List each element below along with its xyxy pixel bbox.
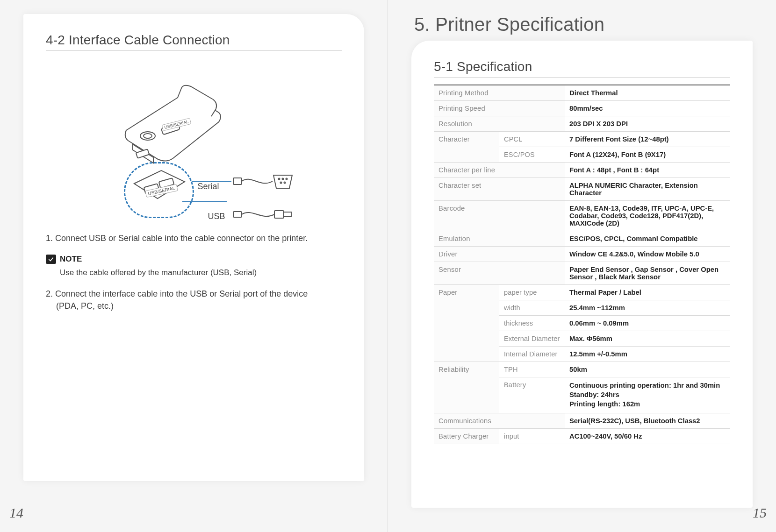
value-printing-speed: 80mm/sec [565,101,730,116]
value-paper-int-dia: 12.5mm +/-0.5mm [565,347,730,362]
value-character-cpcl: 7 Different Font Size (12~48pt) [565,132,730,147]
steps: 1. Connect USB or Serial cable into the … [46,232,342,312]
label-driver: Driver [434,247,565,262]
value-character-escpos: Font A (12X24), Font B (9X17) [565,147,730,163]
label-printing-method: Printing Method [434,85,565,101]
label-paper-thickness: thickness [499,316,565,331]
battery-line-2: Standby: 24hrs [569,390,726,400]
row-paper-type: Paper paper type Thermal Paper / Label [434,285,730,300]
label-paper-type: paper type [499,285,565,300]
value-driver: Window CE 4.2&5.0, Window Mobile 5.0 [565,247,730,262]
label-character-escpos: ESC/POS [499,147,565,163]
panel-right: 5-1 Specification Printing Method Direct… [411,41,753,508]
step-2-line-1: 2. Connect the interface cable into the … [46,289,308,298]
value-paper-ext-dia: Max. Φ56mm [565,331,730,347]
label-reliability-battery: Battery [499,377,565,413]
row-printing-method: Printing Method Direct Thermal [434,85,730,101]
value-paper-width: 25.4mm ~112mm [565,300,730,316]
usb-cable-icon [232,206,293,223]
label-usb: USB [208,212,225,221]
section-title-4-2: 4-2 Interface Cable Connection [46,33,342,51]
label-char-per-line: Character per line [434,163,565,178]
value-character-set: ALPHA NUMERIC Character, Extension Chara… [565,178,730,201]
value-printing-method: Direct Thermal [565,85,730,101]
svg-rect-13 [274,211,284,218]
cable-illustration: USB/SERIAL USB/SERIAL Serial USB [91,65,297,219]
row-emulation: Emulation ESC/POS, CPCL, Commanl Compati… [434,231,730,247]
label-paper-width: width [499,300,565,316]
value-paper-type: Thermal Paper / Label [565,285,730,300]
note-heading-row: NOTE [46,254,342,265]
label-reliability: Reliability [434,362,499,413]
value-emulation: ESC/POS, CPCL, Commanl Compatible [565,231,730,247]
label-character-set: Character set [434,178,565,201]
row-charger-input: Battery Charger input AC100~240V, 50/60 … [434,428,730,444]
label-emulation: Emulation [434,231,565,247]
value-char-per-line: Font A : 48pt , Font B : 64pt [565,163,730,178]
value-reliability-tph: 50km [565,362,730,377]
serial-cable-icon [232,171,293,192]
row-sensor: Sensor Paper End Sensor , Gap Sensor , C… [434,262,730,285]
value-resolution: 203 DPI X 203 DPI [565,116,730,132]
svg-point-7 [278,178,280,180]
page-number-14: 14 [9,505,23,521]
step-2-line-2: (PDA, PC, etc.) [46,300,342,312]
value-communications: Serial(RS-232C), USB, Bluetooth Class2 [565,413,730,428]
svg-rect-14 [284,212,291,217]
value-charger-input: AC100~240V, 50/60 Hz [565,428,730,444]
manual-spread: 4-2 Interface Cable Connection USB/SERIA… [0,0,776,532]
svg-point-11 [284,182,285,184]
page-number-15: 15 [753,505,767,521]
note-check-icon [46,255,56,264]
battery-line-1: Continuous printing operation: 1hr and 3… [569,381,726,390]
label-barcode: Barcode [434,201,565,231]
panel-left: 4-2 Interface Cable Connection USB/SERIA… [23,14,364,481]
section-title-5-1: 5-1 Specification [434,59,730,78]
label-paper: Paper [434,285,499,362]
svg-rect-6 [233,178,242,184]
label-character: Character [434,132,499,163]
label-charger: Battery Charger [434,428,499,444]
value-sensor: Paper End Sensor , Gap Sensor , Cover Op… [565,262,730,285]
row-barcode: Barcode EAN-8, EAN-13, Code39, ITF, UPC-… [434,201,730,231]
printer-illustration [108,70,229,168]
label-resolution: Resolution [434,116,565,132]
row-reliability-tph: Reliability TPH 50km [434,362,730,377]
row-resolution: Resolution 203 DPI X 203 DPI [434,116,730,132]
row-communications: Communications Serial(RS-232C), USB, Blu… [434,413,730,428]
page-15: 5. Pritner Specification 5-1 Specificati… [388,0,776,532]
lead-line-usb [182,201,227,202]
label-reliability-tph: TPH [499,362,565,377]
label-serial: Serial [198,182,219,192]
row-driver: Driver Window CE 4.2&5.0, Window Mobile … [434,247,730,262]
label-charger-input: input [499,428,565,444]
label-communications: Communications [434,413,565,428]
svg-point-1 [144,134,152,138]
step-1: 1. Connect USB or Serial cable into the … [46,232,342,244]
spec-table: Printing Method Direct Thermal Printing … [434,84,730,444]
label-paper-ext-dia: External Diameter [499,331,565,347]
svg-rect-12 [233,212,242,217]
note-block: NOTE Use the cable offered by the manufa… [46,254,342,278]
row-character-set: Character set ALPHA NUMERIC Character, E… [434,178,730,201]
chapter-title-5: 5. Pritner Specification [414,14,753,35]
battery-line-3: Printing length: 162m [569,400,726,409]
row-char-per-line: Character per line Font A : 48pt , Font … [434,163,730,178]
row-character-cpcl: Character CPCL 7 Different Font Size (12… [434,132,730,147]
svg-point-9 [286,178,287,180]
value-barcode: EAN-8, EAN-13, Code39, ITF, UPC-A, UPC-E… [565,201,730,231]
note-heading: NOTE [60,254,82,265]
step-2: 2. Connect the interface cable into the … [46,288,342,312]
svg-point-10 [280,182,281,184]
label-paper-int-dia: Internal Diameter [499,347,565,362]
svg-point-8 [282,178,283,180]
label-sensor: Sensor [434,262,565,285]
row-printing-speed: Printing Speed 80mm/sec [434,101,730,116]
value-reliability-battery: Continuous printing operation: 1hr and 3… [565,377,730,413]
value-paper-thickness: 0.06mm ~ 0.09mm [565,316,730,331]
label-character-cpcl: CPCL [499,132,565,147]
page-14: 4-2 Interface Cable Connection USB/SERIA… [0,0,388,532]
note-body: Use the cable offered by the manufacture… [60,267,342,279]
label-printing-speed: Printing Speed [434,101,565,116]
